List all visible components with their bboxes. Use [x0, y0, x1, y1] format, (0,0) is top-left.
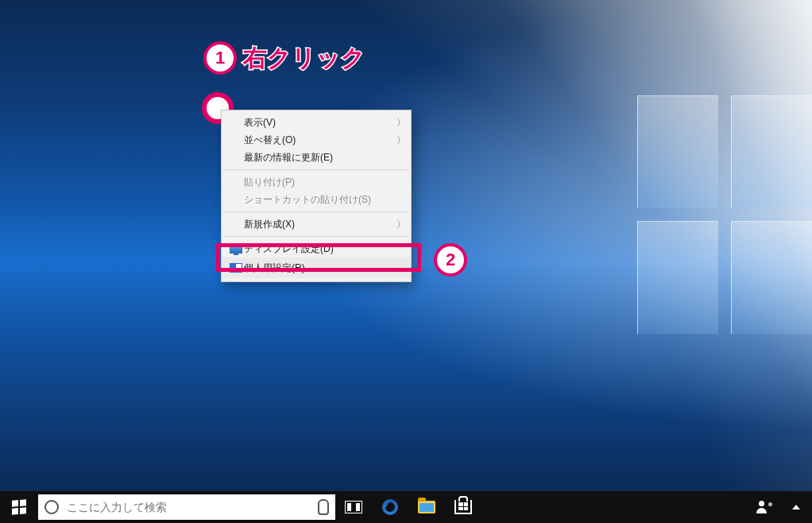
taskbar [0, 491, 812, 523]
task-view-button[interactable] [335, 491, 372, 523]
annotation-number-1-icon: 1 [203, 41, 237, 75]
taskbar-search[interactable] [38, 494, 335, 520]
microsoft-store-icon [454, 500, 472, 514]
menu-item-label: 個人用設定(R) [244, 262, 406, 275]
taskbar-app-explorer[interactable] [408, 491, 445, 523]
submenu-chevron-icon: 〉 [396, 116, 406, 130]
desktop-context-menu: 表示(V) 〉 並べ替え(O) 〉 最新の情報に更新(E) 貼り付け(P) ショ… [221, 110, 412, 282]
taskbar-app-edge[interactable] [372, 491, 408, 523]
task-view-icon [345, 501, 362, 513]
annotation-number-2-icon: 2 [434, 243, 467, 277]
menu-item-label: ショートカットの貼り付け(S) [244, 193, 406, 207]
menu-item-display-settings[interactable]: ディスプレイ設定(D) [222, 240, 411, 258]
menu-item-sort[interactable]: 並べ替え(O) 〉 [222, 131, 411, 149]
cortana-circle-icon [44, 500, 59, 514]
menu-item-label: 表示(V) [244, 116, 396, 130]
annotation-step-1: 1 右クリック [203, 41, 365, 75]
start-button[interactable] [0, 491, 38, 523]
menu-item-label: 新規作成(X) [244, 218, 396, 231]
menu-item-paste-shortcut: ショートカットの貼り付け(S) [222, 191, 411, 208]
menu-item-label: ディスプレイ設定(D) [244, 242, 406, 256]
menu-item-view[interactable]: 表示(V) 〉 [222, 114, 411, 131]
system-tray [748, 491, 812, 523]
desktop[interactable]: 1 右クリック 表示(V) 〉 並べ替え(O) 〉 最新の情報に更新(E) [0, 0, 812, 523]
menu-item-new[interactable]: 新規作成(X) 〉 [222, 215, 411, 233]
taskbar-app-store[interactable] [445, 491, 481, 523]
file-explorer-icon [418, 501, 435, 513]
menu-item-personalize[interactable]: 個人用設定(R) [222, 258, 411, 278]
edge-icon [382, 499, 398, 515]
menu-item-refresh[interactable]: 最新の情報に更新(E) [222, 149, 411, 166]
submenu-chevron-icon: 〉 [396, 134, 406, 147]
submenu-chevron-icon: 〉 [396, 218, 406, 231]
menu-item-label: 最新の情報に更新(E) [244, 151, 406, 165]
menu-item-paste: 貼り付け(P) [222, 173, 411, 191]
people-icon [756, 501, 772, 513]
menu-item-label: 並べ替え(O) [244, 134, 396, 147]
display-settings-icon [228, 244, 244, 254]
annotation-step-1-text: 右クリック [243, 42, 365, 75]
chevron-up-icon [792, 505, 800, 509]
wallpaper-light-panes [637, 95, 812, 334]
windows-logo-icon [12, 499, 26, 514]
microphone-icon[interactable] [318, 499, 329, 515]
search-input[interactable] [65, 500, 311, 514]
menu-item-label: 貼り付け(P) [244, 176, 406, 189]
personalize-icon [228, 263, 244, 273]
tray-overflow-button[interactable] [780, 491, 812, 523]
people-button[interactable] [748, 491, 780, 523]
